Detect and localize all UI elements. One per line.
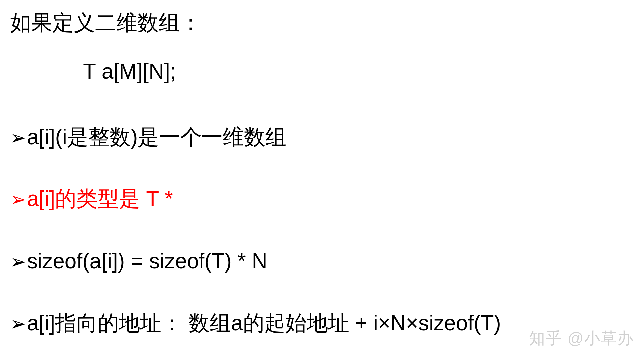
heading-text: 如果定义二维数组：: [10, 11, 201, 35]
bullet-3: ➢sizeof(a[i]) = sizeof(T) * N: [10, 248, 634, 274]
arrow-icon: ➢: [10, 312, 26, 335]
arrow-icon: ➢: [10, 250, 26, 273]
arrow-icon: ➢: [10, 188, 26, 211]
heading-line: 如果定义二维数组：: [10, 10, 634, 36]
bullet-text: a[i](i是整数)是一个一维数组: [27, 125, 286, 149]
slide-content: 如果定义二维数组： T a[M][N]; ➢a[i](i是整数)是一个一维数组 …: [0, 0, 644, 343]
bullet-4: ➢a[i]指向的地址： 数组a的起始地址 + i×N×sizeof(T): [10, 310, 634, 336]
bullet-1: ➢a[i](i是整数)是一个一维数组: [10, 124, 634, 150]
arrow-icon: ➢: [10, 126, 26, 149]
bullet-text: sizeof(a[i]) = sizeof(T) * N: [27, 249, 267, 273]
code-text: T a[M][N];: [83, 60, 176, 83]
code-line: T a[M][N];: [10, 59, 634, 84]
bullet-text: a[i]指向的地址： 数组a的起始地址 + i×N×sizeof(T): [27, 311, 501, 335]
bullet-2: ➢a[i]的类型是 T *: [10, 186, 634, 212]
bullet-text: a[i]的类型是 T *: [27, 187, 173, 211]
